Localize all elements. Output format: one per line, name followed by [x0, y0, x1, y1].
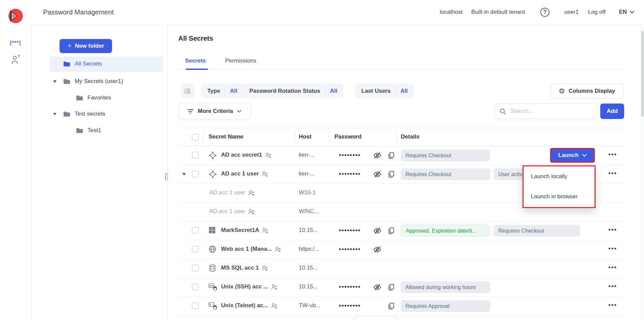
row-actions-button[interactable]: ••• [605, 264, 620, 271]
copy-icon[interactable] [387, 170, 395, 178]
secret-name: MarkSecret1A [221, 227, 269, 234]
eye-off-icon[interactable] [373, 227, 382, 235]
row-checkbox[interactable] [192, 152, 199, 159]
row-checkbox[interactable] [192, 227, 199, 234]
copy-icon[interactable] [387, 283, 395, 291]
folder-label: My Secrets (user1) [75, 78, 123, 85]
shared-account-icon [271, 284, 278, 290]
new-folder-button[interactable]: + New folder [60, 39, 112, 53]
filter-password-rotation-status[interactable]: Password Rotation Status All [243, 83, 343, 98]
column-header-password[interactable]: Password [334, 133, 361, 140]
shared-account-icon [271, 303, 278, 309]
table-row: MarkSecret1A10.15...••••••••Approved. Ex… [178, 221, 624, 240]
row-checkbox[interactable] [192, 302, 199, 309]
eye-off-icon[interactable] [373, 245, 382, 254]
mssql-icon [209, 264, 216, 272]
columns-display-button[interactable]: ⚙ Columns Display [550, 83, 623, 98]
server-name: localhost [440, 9, 462, 15]
table-row: AD acc secret1ken-...••••••••Requires Ch… [178, 146, 624, 165]
list-view-toggle[interactable] [181, 83, 194, 98]
row-actions-button[interactable]: ••• [605, 245, 620, 252]
row-checkbox[interactable] [192, 246, 199, 253]
icon-rail: [***] ? [0, 0, 32, 320]
shared-account-icon [248, 209, 255, 214]
column-header-details[interactable]: Details [401, 133, 420, 140]
add-button[interactable]: Add [600, 104, 624, 119]
new-folder-label: New folder [75, 43, 104, 49]
status-badge: Allowed during working hours [401, 281, 490, 293]
secret-name: MS SQL acc 1 [221, 265, 268, 271]
row-expand-caret-icon[interactable] [182, 173, 186, 175]
scrollbar-thumb[interactable] [641, 31, 644, 117]
tab-permissions[interactable]: Permissions [225, 57, 256, 64]
copy-icon[interactable] [387, 302, 395, 310]
row-actions-button[interactable]: ••• [605, 301, 620, 309]
list-view-icon [184, 88, 191, 94]
unix-ssh-icon: SSH [209, 283, 218, 291]
host-value: 10.15... [299, 265, 318, 271]
sidebar-item-test-secrets[interactable]: Test secrets [31, 107, 167, 122]
row-checkbox[interactable] [192, 283, 199, 290]
filter-prs-label: Password Rotation Status [249, 88, 320, 94]
sidebar-item-all-secrets[interactable]: All Secrets [31, 56, 167, 72]
filter-last-users[interactable]: Last Users All [355, 83, 414, 98]
menu-item-launch-in-browser[interactable]: Launch in browser [524, 187, 595, 207]
secret-name: AD acc 1 user [209, 208, 255, 215]
shared-account-icon [262, 265, 268, 271]
table-header: Secret Name Host Password Details [178, 128, 624, 146]
launch-dropdown-menu: Launch locally Launch in browser [523, 165, 596, 208]
folder-tree-panel: + New folder All SecretsMy Secrets (user… [31, 25, 167, 320]
eye-off-icon[interactable] [373, 283, 382, 291]
svg-text:?: ? [17, 55, 20, 58]
search-input[interactable] [510, 108, 593, 115]
filter-type[interactable]: Type All [201, 83, 243, 98]
row-actions-button[interactable]: ••• [605, 151, 620, 158]
help-icon[interactable]: ? [540, 8, 549, 17]
row-actions-button[interactable]: ••• [605, 226, 620, 233]
filter-last-users-label: Last Users [361, 88, 391, 94]
column-header-secret-name[interactable]: Secret Name [209, 133, 243, 140]
more-criteria-button[interactable]: More Criteria [178, 103, 251, 119]
shared-account-icon [275, 246, 281, 252]
secret-name: Web acc 1 (Mana... [221, 246, 281, 252]
sidebar-item-my-secrets-user1-[interactable]: My Secrets (user1) [31, 74, 167, 89]
account-discovery-icon[interactable]: ? [11, 55, 21, 65]
logoff-link[interactable]: Log off [588, 9, 606, 15]
row-checkbox[interactable] [192, 170, 199, 177]
tenant-name: Built-in default tenant [471, 9, 525, 15]
password-mask: •••••••• [339, 151, 361, 159]
tree-expand-caret-icon[interactable] [53, 80, 57, 83]
app-title: Password Management [43, 8, 114, 16]
app-logo-icon [8, 8, 24, 24]
eye-off-icon[interactable] [373, 151, 382, 160]
chevron-down-icon [582, 154, 587, 157]
tab-secrets[interactable]: Secrets [185, 57, 206, 64]
folder-icon [63, 79, 70, 84]
search-icon [499, 108, 506, 115]
host-value: ken-... [299, 152, 315, 158]
eye-off-icon[interactable] [373, 170, 382, 178]
active-tab-underline [186, 69, 208, 70]
sidebar-item-test1[interactable]: Test1 [31, 123, 167, 138]
secret-name: Unix (Telnet) ac... [221, 302, 278, 309]
sidebar-item-favorites[interactable]: Favorites [31, 90, 167, 106]
copy-icon[interactable] [387, 227, 395, 235]
host-value: 10.15... [299, 227, 318, 234]
folder-label: All Secrets [75, 61, 102, 67]
nav-secrets-icon[interactable]: [***] [0, 40, 31, 45]
tree-expand-caret-icon[interactable] [53, 113, 57, 115]
active-directory-icon [209, 170, 217, 178]
launch-button[interactable]: Launch [550, 148, 595, 163]
row-actions-button[interactable]: ••• [605, 169, 620, 177]
language-selector[interactable]: EN [619, 9, 635, 15]
plus-icon: + [67, 42, 71, 50]
menu-item-launch-locally[interactable]: Launch locally [524, 166, 595, 187]
copy-icon[interactable] [387, 152, 395, 159]
select-all-checkbox[interactable] [192, 134, 199, 141]
panel-resize-handle[interactable] [165, 173, 168, 181]
search-field[interactable] [495, 104, 597, 119]
row-actions-button[interactable]: ••• [605, 282, 620, 290]
host-value: https:/... [299, 246, 319, 252]
column-header-host[interactable]: Host [299, 133, 312, 140]
row-checkbox[interactable] [192, 265, 199, 272]
